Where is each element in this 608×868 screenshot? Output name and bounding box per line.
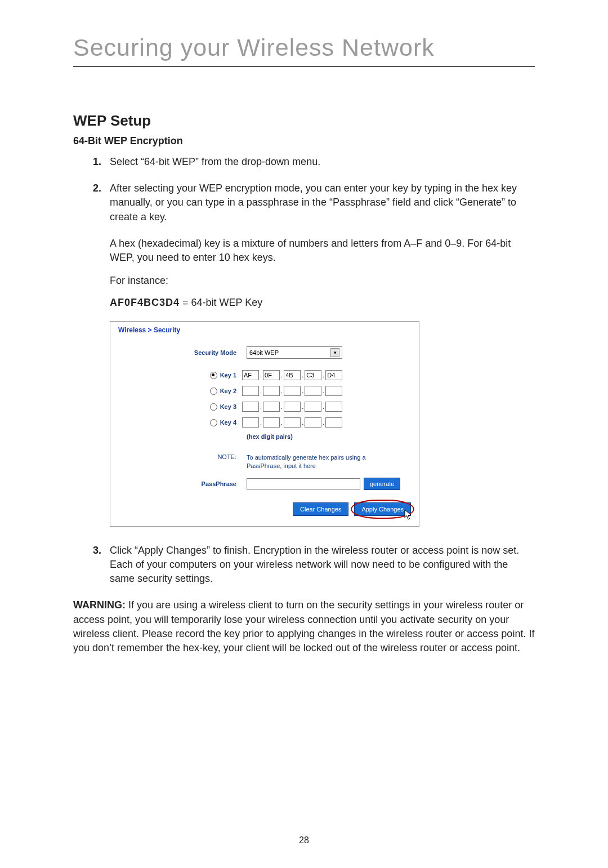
warning-text: If you are using a wireless client to tu…: [73, 599, 534, 653]
key2-radio[interactable]: [210, 388, 217, 395]
key2-hex-2[interactable]: [263, 386, 280, 396]
key-row-2: Key 2 . . . .: [118, 386, 411, 396]
key1-hex-4[interactable]: C3: [305, 370, 321, 380]
key3-hex-1[interactable]: [242, 402, 259, 412]
key2-hex-5[interactable]: [325, 386, 342, 396]
key-row-4: Key 4 . . . .: [118, 417, 411, 428]
key1-hex-1[interactable]: AF: [242, 370, 259, 380]
key4-hex-2[interactable]: [263, 417, 280, 428]
key1-hex-3[interactable]: 4B: [284, 370, 301, 380]
breadcrumb: Wireless > Security: [118, 326, 411, 334]
note-label: NOTE:: [118, 453, 247, 460]
security-mode-value: 64bit WEP: [249, 349, 279, 356]
key3-hex-3[interactable]: [284, 402, 301, 412]
warning-label: WARNING:: [73, 599, 126, 611]
key2-hex-4[interactable]: [305, 386, 321, 396]
generate-button[interactable]: generate: [364, 478, 400, 490]
cursor-icon: [404, 509, 413, 520]
step-2a: A hex (hexadecimal) key is a mixture of …: [110, 237, 535, 265]
key-example-bold: AF0F4BC3D4: [110, 297, 180, 308]
step-3: Click “Apply Changes” to finish. Encrypt…: [104, 544, 535, 586]
key1-hex-2[interactable]: 0F: [263, 370, 280, 380]
key1-hex-5[interactable]: D4: [325, 370, 342, 380]
key2-hex-1[interactable]: [242, 386, 259, 396]
key3-hex-2[interactable]: [263, 402, 280, 412]
passphrase-input[interactable]: [247, 478, 360, 489]
chevron-down-icon[interactable]: ▾: [330, 348, 339, 357]
key2-hex-3[interactable]: [284, 386, 301, 396]
key3-label: Key 3: [220, 403, 236, 410]
security-mode-label: Security Mode: [118, 349, 247, 356]
key3-hex-5[interactable]: [325, 402, 342, 412]
key3-radio[interactable]: [210, 403, 217, 411]
key-row-1: Key 1 AF. 0F. 4B. C3. D4: [118, 370, 411, 380]
step-1: Select “64-bit WEP” from the drop-down m…: [104, 155, 535, 169]
key-row-3: Key 3 . . . .: [118, 402, 411, 412]
security-mode-select[interactable]: 64bit WEP ▾: [247, 346, 342, 359]
sub-heading: 64-Bit WEP Encryption: [73, 135, 535, 147]
hex-note: (hex digit pairs): [247, 433, 411, 440]
key4-hex-5[interactable]: [325, 417, 342, 428]
title-rule: [73, 66, 535, 67]
clear-changes-button[interactable]: Clear Changes: [293, 502, 348, 516]
key4-hex-4[interactable]: [305, 417, 321, 428]
page-number: 28: [0, 835, 608, 845]
key1-radio[interactable]: [210, 372, 217, 379]
warning-paragraph: WARNING: If you are using a wireless cli…: [73, 598, 535, 655]
page-title: Securing your Wireless Network: [73, 34, 535, 61]
step-2: After selecting your WEP encryption mode…: [104, 181, 535, 224]
step-2b: For instance:: [110, 274, 535, 288]
key3-hex-4[interactable]: [305, 402, 321, 412]
wep-settings-panel: Wireless > Security Security Mode 64bit …: [110, 321, 419, 527]
note-text: To automatically generate hex pairs usin…: [247, 453, 393, 470]
key-example: AF0F4BC3D4 = 64-bit WEP Key: [110, 297, 535, 309]
key4-hex-1[interactable]: [242, 417, 259, 428]
passphrase-label: PassPhrase: [118, 480, 247, 487]
key2-label: Key 2: [220, 388, 236, 394]
key-example-rest: = 64-bit WEP Key: [180, 297, 262, 308]
key4-hex-3[interactable]: [284, 417, 301, 428]
key4-radio[interactable]: [210, 419, 217, 426]
key4-label: Key 4: [220, 419, 236, 426]
section-heading: WEP Setup: [73, 112, 535, 130]
key1-label: Key 1: [220, 372, 236, 379]
